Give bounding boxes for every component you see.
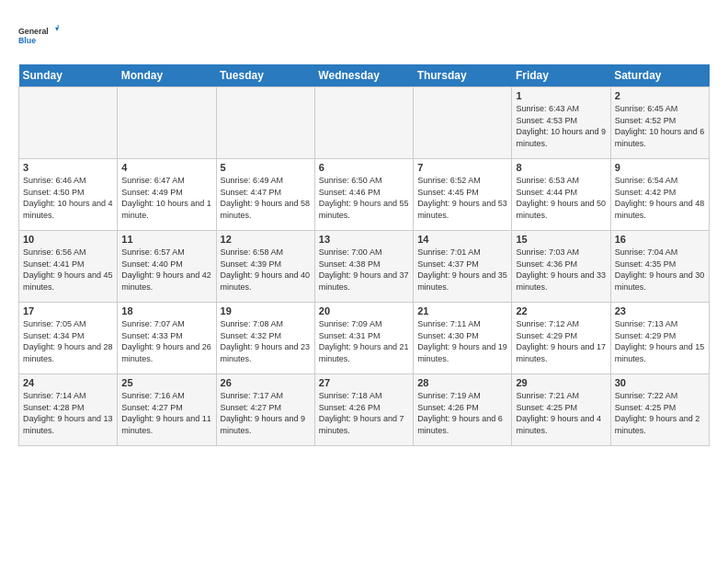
day-info: Sunrise: 7:14 AM Sunset: 4:28 PM Dayligh…: [23, 390, 113, 436]
day-info: Sunrise: 6:45 AM Sunset: 4:52 PM Dayligh…: [615, 103, 705, 149]
day-number: 1: [516, 90, 606, 101]
day-number: 23: [615, 305, 705, 316]
day-number: 24: [23, 377, 113, 388]
calendar-cell: 24Sunrise: 7:14 AM Sunset: 4:28 PM Dayli…: [19, 374, 118, 446]
day-info: Sunrise: 7:03 AM Sunset: 4:36 PM Dayligh…: [516, 247, 606, 293]
calendar-cell: 4Sunrise: 6:47 AM Sunset: 4:49 PM Daylig…: [118, 159, 216, 231]
day-number: 16: [615, 234, 705, 245]
calendar-table: SundayMondayTuesdayWednesdayThursdayFrid…: [18, 64, 710, 446]
calendar-cell: 11Sunrise: 6:57 AM Sunset: 4:40 PM Dayli…: [118, 231, 216, 303]
day-info: Sunrise: 6:58 AM Sunset: 4:39 PM Dayligh…: [221, 247, 311, 293]
day-info: Sunrise: 7:00 AM Sunset: 4:38 PM Dayligh…: [319, 247, 409, 293]
calendar-cell: 2Sunrise: 6:45 AM Sunset: 4:52 PM Daylig…: [610, 87, 709, 159]
day-number: 11: [121, 234, 211, 245]
calendar-cell: [19, 87, 118, 159]
day-info: Sunrise: 7:16 AM Sunset: 4:27 PM Dayligh…: [121, 390, 211, 436]
day-number: 9: [615, 162, 705, 173]
day-number: 18: [121, 305, 211, 316]
day-info: Sunrise: 7:22 AM Sunset: 4:25 PM Dayligh…: [615, 390, 705, 436]
calendar-cell: 5Sunrise: 6:49 AM Sunset: 4:47 PM Daylig…: [216, 159, 314, 231]
day-info: Sunrise: 6:47 AM Sunset: 4:49 PM Dayligh…: [121, 175, 211, 221]
calendar-cell: [118, 87, 216, 159]
day-number: 19: [221, 305, 311, 316]
calendar-cell: 20Sunrise: 7:09 AM Sunset: 4:31 PM Dayli…: [314, 303, 413, 374]
day-info: Sunrise: 7:09 AM Sunset: 4:31 PM Dayligh…: [319, 318, 409, 364]
day-info: Sunrise: 6:49 AM Sunset: 4:47 PM Dayligh…: [221, 175, 311, 221]
day-info: Sunrise: 6:50 AM Sunset: 4:46 PM Dayligh…: [319, 175, 409, 221]
svg-text:General: General: [18, 27, 49, 36]
calendar-cell: 6Sunrise: 6:50 AM Sunset: 4:46 PM Daylig…: [314, 159, 413, 231]
svg-marker-2: [55, 28, 59, 31]
calendar-cell: 8Sunrise: 6:53 AM Sunset: 4:44 PM Daylig…: [512, 159, 610, 231]
calendar-cell: 21Sunrise: 7:11 AM Sunset: 4:30 PM Dayli…: [414, 303, 512, 374]
day-info: Sunrise: 6:56 AM Sunset: 4:41 PM Dayligh…: [23, 247, 113, 293]
calendar-cell: 9Sunrise: 6:54 AM Sunset: 4:42 PM Daylig…: [610, 159, 709, 231]
calendar-cell: 25Sunrise: 7:16 AM Sunset: 4:27 PM Dayli…: [118, 374, 216, 446]
day-number: 3: [23, 162, 113, 173]
day-info: Sunrise: 7:18 AM Sunset: 4:26 PM Dayligh…: [319, 390, 409, 436]
day-header-monday: Monday: [118, 64, 216, 87]
day-number: 4: [121, 162, 211, 173]
day-number: 12: [221, 234, 311, 245]
day-header-friday: Friday: [512, 64, 610, 87]
calendar-cell: 13Sunrise: 7:00 AM Sunset: 4:38 PM Dayli…: [314, 231, 413, 303]
header: General Blue: [18, 15, 710, 55]
calendar-cell: 22Sunrise: 7:12 AM Sunset: 4:29 PM Dayli…: [512, 303, 610, 374]
calendar-cell: [216, 87, 314, 159]
day-info: Sunrise: 7:07 AM Sunset: 4:33 PM Dayligh…: [121, 318, 211, 364]
week-row-4: 17Sunrise: 7:05 AM Sunset: 4:34 PM Dayli…: [19, 303, 710, 374]
day-number: 17: [23, 305, 113, 316]
calendar-cell: 12Sunrise: 6:58 AM Sunset: 4:39 PM Dayli…: [216, 231, 314, 303]
day-header-wednesday: Wednesday: [314, 64, 413, 87]
day-info: Sunrise: 6:52 AM Sunset: 4:45 PM Dayligh…: [417, 175, 507, 221]
day-number: 29: [516, 377, 606, 388]
calendar-cell: 1Sunrise: 6:43 AM Sunset: 4:53 PM Daylig…: [512, 87, 610, 159]
day-info: Sunrise: 7:01 AM Sunset: 4:37 PM Dayligh…: [417, 247, 507, 293]
day-info: Sunrise: 7:19 AM Sunset: 4:26 PM Dayligh…: [417, 390, 507, 436]
day-info: Sunrise: 6:53 AM Sunset: 4:44 PM Dayligh…: [516, 175, 606, 221]
calendar-cell: 28Sunrise: 7:19 AM Sunset: 4:26 PM Dayli…: [414, 374, 512, 446]
day-info: Sunrise: 6:57 AM Sunset: 4:40 PM Dayligh…: [121, 247, 211, 293]
svg-text:Blue: Blue: [18, 36, 36, 45]
day-number: 15: [516, 234, 606, 245]
day-info: Sunrise: 6:46 AM Sunset: 4:50 PM Dayligh…: [23, 175, 113, 221]
calendar-cell: 7Sunrise: 6:52 AM Sunset: 4:45 PM Daylig…: [414, 159, 512, 231]
week-row-2: 3Sunrise: 6:46 AM Sunset: 4:50 PM Daylig…: [19, 159, 710, 231]
day-number: 26: [221, 377, 311, 388]
calendar-cell: 30Sunrise: 7:22 AM Sunset: 4:25 PM Dayli…: [610, 374, 709, 446]
day-info: Sunrise: 7:04 AM Sunset: 4:35 PM Dayligh…: [615, 247, 705, 293]
day-number: 2: [615, 90, 705, 101]
calendar-cell: 29Sunrise: 7:21 AM Sunset: 4:25 PM Dayli…: [512, 374, 610, 446]
day-number: 6: [319, 162, 409, 173]
calendar-cell: 26Sunrise: 7:17 AM Sunset: 4:27 PM Dayli…: [216, 374, 314, 446]
logo: General Blue: [18, 15, 59, 55]
header-row: SundayMondayTuesdayWednesdayThursdayFrid…: [19, 64, 710, 87]
day-number: 5: [221, 162, 311, 173]
day-info: Sunrise: 7:11 AM Sunset: 4:30 PM Dayligh…: [417, 318, 507, 364]
day-number: 10: [23, 234, 113, 245]
day-header-thursday: Thursday: [414, 64, 512, 87]
week-row-5: 24Sunrise: 7:14 AM Sunset: 4:28 PM Dayli…: [19, 374, 710, 446]
page: General Blue SundayMondayTuesdayWednesda…: [0, 0, 728, 563]
calendar-cell: 19Sunrise: 7:08 AM Sunset: 4:32 PM Dayli…: [216, 303, 314, 374]
day-header-sunday: Sunday: [19, 64, 118, 87]
day-info: Sunrise: 6:54 AM Sunset: 4:42 PM Dayligh…: [615, 175, 705, 221]
day-number: 25: [121, 377, 211, 388]
day-header-saturday: Saturday: [610, 64, 709, 87]
day-info: Sunrise: 7:21 AM Sunset: 4:25 PM Dayligh…: [516, 390, 606, 436]
day-info: Sunrise: 7:12 AM Sunset: 4:29 PM Dayligh…: [516, 318, 606, 364]
day-number: 21: [417, 305, 507, 316]
day-number: 7: [417, 162, 507, 173]
logo-svg: General Blue: [18, 15, 59, 55]
calendar-cell: [414, 87, 512, 159]
day-header-tuesday: Tuesday: [216, 64, 314, 87]
day-info: Sunrise: 7:13 AM Sunset: 4:29 PM Dayligh…: [615, 318, 705, 364]
day-info: Sunrise: 7:05 AM Sunset: 4:34 PM Dayligh…: [23, 318, 113, 364]
day-number: 13: [319, 234, 409, 245]
calendar-cell: 23Sunrise: 7:13 AM Sunset: 4:29 PM Dayli…: [610, 303, 709, 374]
day-number: 14: [417, 234, 507, 245]
calendar-cell: 10Sunrise: 6:56 AM Sunset: 4:41 PM Dayli…: [19, 231, 118, 303]
day-number: 8: [516, 162, 606, 173]
day-info: Sunrise: 7:08 AM Sunset: 4:32 PM Dayligh…: [221, 318, 311, 364]
day-number: 27: [319, 377, 409, 388]
